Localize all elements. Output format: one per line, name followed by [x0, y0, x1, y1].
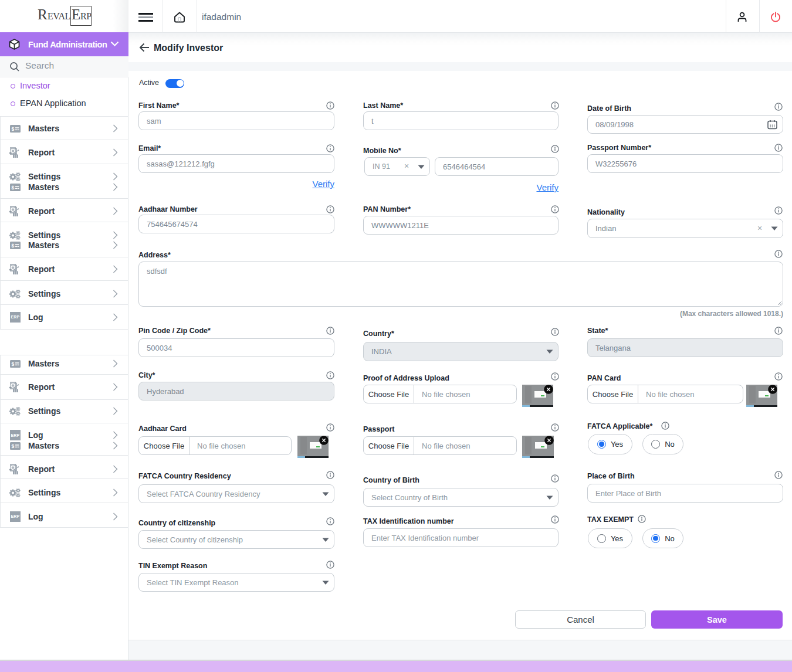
svg-text:$: $: [12, 185, 15, 191]
svg-text:$: $: [12, 126, 15, 132]
svg-text:$: $: [12, 443, 15, 449]
svg-text:$: $: [12, 243, 15, 249]
svg-text:$: $: [12, 361, 15, 367]
